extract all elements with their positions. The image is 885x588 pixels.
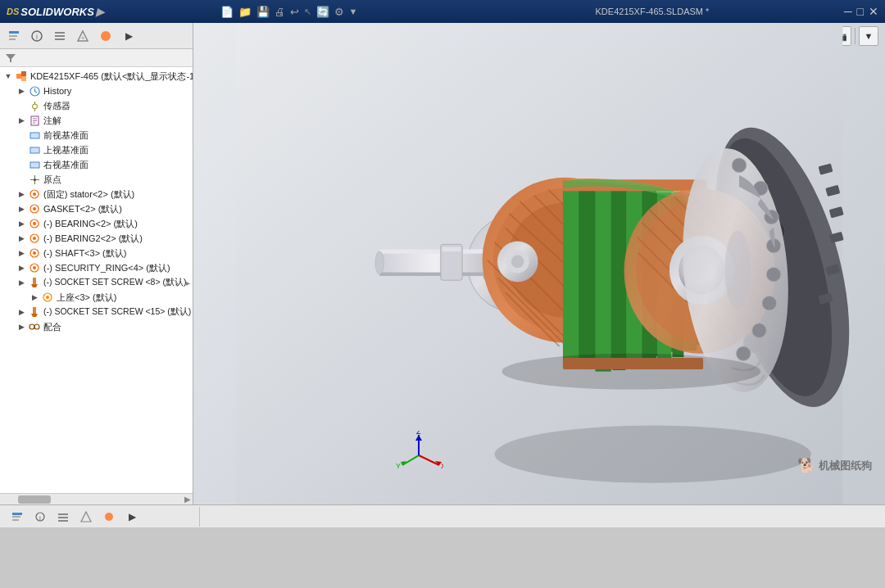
svg-point-16: [32, 104, 37, 109]
save-icon[interactable]: 💾: [256, 6, 270, 18]
bearing1-expand[interactable]: ▶: [16, 219, 26, 228]
right-plane-label: 右视基准面: [43, 159, 88, 171]
options-icon[interactable]: ⚙: [334, 6, 344, 18]
status-appear-btn[interactable]: [98, 507, 120, 527]
tree-item-history[interactable]: ▶ History: [0, 84, 193, 98]
svg-rect-25: [30, 162, 39, 168]
property-manager-tab[interactable]: i: [26, 26, 48, 46]
shaft-expand[interactable]: ▶: [16, 248, 26, 258]
svg-point-40: [33, 266, 36, 269]
tree-item-sensors[interactable]: ▶ 传感器: [0, 98, 193, 113]
mate-label: 配合: [43, 321, 61, 333]
feature-tree[interactable]: ▼ KDE4215XF-465 (默认<默认_显示状态-1 ▶ History …: [0, 67, 193, 493]
root-expand[interactable]: ▼: [3, 71, 13, 81]
toolbar-expand-icon[interactable]: ▼: [349, 7, 358, 16]
svg-rect-2: [9, 38, 16, 40]
socket-screw-15-expand[interactable]: ▶: [16, 307, 26, 317]
tree-item-gasket[interactable]: ▶ GASKET<2> (默认): [0, 201, 193, 216]
svg-point-10: [101, 31, 111, 41]
logo-arrow[interactable]: ▶: [96, 6, 104, 18]
tree-item-socket-screw-8[interactable]: ▶ (-) SOCKET SET SCREW <8> (默认) ▸: [0, 275, 193, 290]
status-dxp-btn[interactable]: [75, 507, 97, 527]
rebuild-icon[interactable]: 🔄: [316, 6, 329, 18]
history-expand[interactable]: ▶: [16, 86, 26, 96]
tree-item-bearing2[interactable]: ▶ (-) BEARING2<2> (默认): [0, 231, 193, 246]
top-plane-label: 上视基准面: [43, 144, 88, 156]
svg-rect-152: [58, 520, 68, 522]
top-seat-icon: [41, 291, 54, 304]
svg-rect-151: [58, 517, 68, 518]
maximize-button[interactable]: □: [857, 5, 864, 18]
canvas-area[interactable]: 🔍 ⊕ ↻ 📦 ✂ 🔲 ⬡ ◈ 💡 🌑 📷 ▼: [193, 23, 885, 504]
svg-rect-150: [58, 513, 68, 515]
svg-line-138: [402, 455, 419, 465]
tree-item-notes[interactable]: ▶ 注解: [0, 113, 193, 128]
feature-manager-tab[interactable]: [3, 26, 25, 46]
svg-rect-147: [12, 519, 19, 521]
svg-point-44: [46, 296, 49, 299]
status-confmgr-btn[interactable]: [52, 507, 74, 527]
security-ring-expand[interactable]: ▶: [16, 263, 26, 273]
gasket-expand[interactable]: ▶: [16, 204, 26, 214]
tree-item-socket-screw-15[interactable]: ▶ (-) SOCKET SET SCREW <15> (默认): [0, 305, 193, 319]
status-featuremgr-btn[interactable]: [7, 507, 28, 527]
svg-point-135: [502, 354, 760, 390]
svg-rect-24: [30, 147, 39, 153]
tree-item-origin[interactable]: ▶ 原点: [0, 172, 193, 187]
svg-point-50: [495, 425, 811, 482]
svg-marker-141: [415, 435, 422, 441]
expand-panel[interactable]: ▶: [118, 26, 139, 46]
scroll-thumb[interactable]: [18, 495, 51, 504]
stator-expand[interactable]: ▶: [16, 189, 26, 199]
svg-line-136: [419, 455, 439, 465]
bearing2-expand[interactable]: ▶: [16, 233, 26, 243]
print-icon[interactable]: 🖨: [275, 6, 285, 18]
cursor-icon[interactable]: ↖: [304, 7, 311, 17]
open-icon[interactable]: 📁: [238, 6, 252, 18]
tree-item-security-ring[interactable]: ▶ (-) SECURITY_RING<4> (默认): [0, 260, 193, 275]
undo-icon[interactable]: ↩: [290, 6, 299, 18]
bearing1-icon: [28, 217, 41, 230]
minimize-button[interactable]: ─: [844, 5, 852, 18]
svg-rect-96: [581, 181, 594, 369]
app-logo: DS SOLIDWORKS ▶: [7, 6, 104, 18]
mate-expand[interactable]: ▶: [16, 322, 26, 332]
main-area: i + ▶ ▼ KDE4215XF-465: [0, 23, 885, 504]
sidebar-filter: [0, 49, 193, 67]
tree-item-front-plane[interactable]: ▶ 前视基准面: [0, 128, 193, 142]
svg-text:+: +: [81, 34, 85, 42]
tree-item-stator[interactable]: ▶ (固定) stator<2> (默认): [0, 187, 193, 201]
tree-item-bearing1[interactable]: ▶ (-) BEARING<2> (默认): [0, 216, 193, 231]
svg-point-28: [34, 179, 36, 181]
notes-label: 注解: [43, 115, 61, 127]
notes-expand[interactable]: ▶: [16, 115, 26, 125]
svg-marker-46: [31, 314, 38, 317]
tree-item-mate[interactable]: ▶ 配合: [0, 319, 193, 334]
socket-screw-8-icon: [28, 276, 41, 289]
status-expand-btn[interactable]: ▶: [121, 507, 143, 527]
tree-item-top-seat[interactable]: ▶ 上座<3> (默认): [0, 290, 193, 305]
svg-marker-11: [6, 54, 16, 62]
appearance-tab[interactable]: [95, 26, 116, 46]
model-view[interactable]: [193, 23, 885, 504]
tree-item-right-plane[interactable]: ▶ 右视基准面: [0, 157, 193, 172]
svg-rect-1: [9, 35, 17, 37]
config-manager-tab[interactable]: [49, 26, 70, 46]
shaft-label: (-) SHAFT<3> (默认): [43, 247, 126, 260]
new-icon[interactable]: 📄: [220, 6, 234, 18]
status-propmgr-btn[interactable]: i: [30, 507, 51, 527]
bearing1-label: (-) BEARING<2> (默认): [43, 218, 138, 230]
sidebar-hscrollbar[interactable]: ▶: [0, 493, 193, 504]
tree-root[interactable]: ▼ KDE4215XF-465 (默认<默认_显示状态-1: [0, 69, 193, 84]
close-button[interactable]: ✕: [869, 5, 878, 18]
front-plane-label: 前视基准面: [43, 129, 88, 142]
tree-item-top-plane[interactable]: ▶ 上视基准面: [0, 142, 193, 157]
socket-screw-15-icon: [28, 305, 41, 319]
scroll-right-btn[interactable]: ▶: [184, 495, 191, 504]
dme-tab[interactable]: +: [72, 26, 93, 46]
notes-icon: [28, 114, 41, 127]
top-seat-expand[interactable]: ▶: [30, 292, 39, 302]
tree-item-shaft[interactable]: ▶ (-) SHAFT<3> (默认): [0, 246, 193, 260]
socket-screw-8-expand[interactable]: ▶: [16, 278, 26, 287]
watermark: 🐕 机械图纸狗: [797, 457, 872, 475]
